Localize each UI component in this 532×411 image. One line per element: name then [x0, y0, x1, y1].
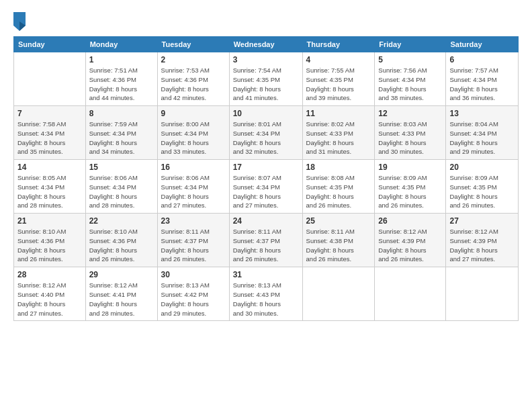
calendar-cell: 31Sunrise: 8:13 AM Sunset: 4:43 PM Dayli… — [229, 267, 302, 321]
day-info: Sunrise: 8:12 AM Sunset: 4:41 PM Dayligh… — [89, 281, 154, 318]
day-number: 24 — [233, 216, 299, 226]
calendar-cell: 14Sunrise: 8:05 AM Sunset: 4:34 PM Dayli… — [14, 160, 86, 214]
day-number: 18 — [306, 163, 371, 172]
calendar-week-row: 21Sunrise: 8:10 AM Sunset: 4:36 PM Dayli… — [14, 214, 519, 267]
calendar-cell: 17Sunrise: 8:07 AM Sunset: 4:34 PM Dayli… — [229, 160, 302, 214]
day-number: 23 — [161, 216, 226, 226]
day-number: 10 — [233, 109, 299, 118]
calendar-cell — [14, 52, 86, 106]
day-info: Sunrise: 8:12 AM Sunset: 4:39 PM Dayligh… — [378, 227, 442, 264]
day-info: Sunrise: 8:12 AM Sunset: 4:39 PM Dayligh… — [449, 227, 515, 264]
calendar-cell — [375, 267, 446, 321]
logo — [13, 12, 27, 31]
logo-icon — [13, 12, 26, 31]
day-number: 4 — [306, 55, 371, 64]
day-number: 3 — [233, 55, 299, 64]
day-number: 28 — [17, 270, 82, 279]
day-info: Sunrise: 7:56 AM Sunset: 4:34 PM Dayligh… — [378, 66, 442, 103]
day-info: Sunrise: 7:58 AM Sunset: 4:34 PM Dayligh… — [17, 120, 82, 156]
day-info: Sunrise: 8:00 AM Sunset: 4:34 PM Dayligh… — [161, 120, 226, 156]
calendar-cell — [446, 267, 519, 321]
calendar-table: SundayMondayTuesdayWednesdayThursdayFrid… — [13, 36, 519, 321]
day-info: Sunrise: 8:06 AM Sunset: 4:34 PM Dayligh… — [89, 173, 154, 210]
calendar-cell: 2Sunrise: 7:53 AM Sunset: 4:36 PM Daylig… — [157, 52, 229, 106]
day-info: Sunrise: 8:13 AM Sunset: 4:43 PM Dayligh… — [233, 281, 299, 318]
day-number: 29 — [89, 270, 154, 279]
day-number: 27 — [449, 216, 515, 226]
day-info: Sunrise: 8:12 AM Sunset: 4:40 PM Dayligh… — [17, 281, 82, 318]
day-number: 17 — [233, 163, 299, 172]
day-info: Sunrise: 8:05 AM Sunset: 4:34 PM Dayligh… — [17, 173, 82, 210]
calendar-cell: 13Sunrise: 8:04 AM Sunset: 4:34 PM Dayli… — [446, 106, 519, 160]
calendar-cell: 27Sunrise: 8:12 AM Sunset: 4:39 PM Dayli… — [446, 214, 519, 267]
day-info: Sunrise: 8:01 AM Sunset: 4:34 PM Dayligh… — [233, 120, 299, 156]
day-info: Sunrise: 8:11 AM Sunset: 4:37 PM Dayligh… — [233, 227, 299, 264]
day-info: Sunrise: 7:53 AM Sunset: 4:36 PM Dayligh… — [161, 66, 226, 103]
calendar-cell: 25Sunrise: 8:11 AM Sunset: 4:38 PM Dayli… — [302, 214, 375, 267]
calendar-cell: 6Sunrise: 7:57 AM Sunset: 4:34 PM Daylig… — [446, 52, 519, 106]
day-number: 13 — [449, 109, 515, 118]
calendar-cell: 30Sunrise: 8:13 AM Sunset: 4:42 PM Dayli… — [157, 267, 229, 321]
calendar-cell: 4Sunrise: 7:55 AM Sunset: 4:35 PM Daylig… — [302, 52, 375, 106]
day-info: Sunrise: 8:07 AM Sunset: 4:34 PM Dayligh… — [233, 173, 299, 210]
day-number: 9 — [161, 109, 226, 118]
page: SundayMondayTuesdayWednesdayThursdayFrid… — [0, 0, 532, 411]
day-number: 15 — [89, 163, 154, 172]
header-row — [13, 12, 519, 31]
header-row-days: SundayMondayTuesdayWednesdayThursdayFrid… — [14, 37, 519, 52]
calendar-week-row: 1Sunrise: 7:51 AM Sunset: 4:36 PM Daylig… — [14, 52, 519, 106]
day-number: 6 — [449, 55, 515, 64]
day-info: Sunrise: 7:57 AM Sunset: 4:34 PM Dayligh… — [449, 66, 515, 103]
calendar-cell: 18Sunrise: 8:08 AM Sunset: 4:35 PM Dayli… — [302, 160, 375, 214]
day-number: 16 — [161, 163, 226, 172]
day-info: Sunrise: 8:11 AM Sunset: 4:37 PM Dayligh… — [161, 227, 226, 264]
day-number: 2 — [161, 55, 226, 64]
day-info: Sunrise: 8:09 AM Sunset: 4:35 PM Dayligh… — [378, 173, 442, 210]
calendar-cell: 26Sunrise: 8:12 AM Sunset: 4:39 PM Dayli… — [375, 214, 446, 267]
day-number: 22 — [89, 216, 154, 226]
calendar-cell: 15Sunrise: 8:06 AM Sunset: 4:34 PM Dayli… — [85, 160, 157, 214]
day-info: Sunrise: 8:03 AM Sunset: 4:33 PM Dayligh… — [378, 120, 442, 156]
calendar-cell: 21Sunrise: 8:10 AM Sunset: 4:36 PM Dayli… — [14, 214, 86, 267]
day-of-week-header: Wednesday — [229, 37, 302, 52]
day-info: Sunrise: 8:04 AM Sunset: 4:34 PM Dayligh… — [449, 120, 515, 156]
day-info: Sunrise: 8:10 AM Sunset: 4:36 PM Dayligh… — [89, 227, 154, 264]
calendar-cell: 28Sunrise: 8:12 AM Sunset: 4:40 PM Dayli… — [14, 267, 86, 321]
calendar-cell: 12Sunrise: 8:03 AM Sunset: 4:33 PM Dayli… — [375, 106, 446, 160]
day-info: Sunrise: 7:51 AM Sunset: 4:36 PM Dayligh… — [89, 66, 154, 103]
day-info: Sunrise: 8:02 AM Sunset: 4:33 PM Dayligh… — [306, 120, 371, 156]
day-number: 11 — [306, 109, 371, 118]
day-number: 25 — [306, 216, 371, 226]
calendar-cell: 11Sunrise: 8:02 AM Sunset: 4:33 PM Dayli… — [302, 106, 375, 160]
day-info: Sunrise: 8:10 AM Sunset: 4:36 PM Dayligh… — [17, 227, 82, 264]
calendar-cell: 22Sunrise: 8:10 AM Sunset: 4:36 PM Dayli… — [85, 214, 157, 267]
day-number: 31 — [233, 270, 299, 279]
day-of-week-header: Sunday — [14, 37, 86, 52]
calendar-cell: 3Sunrise: 7:54 AM Sunset: 4:35 PM Daylig… — [229, 52, 302, 106]
day-number: 5 — [378, 55, 442, 64]
day-info: Sunrise: 7:55 AM Sunset: 4:35 PM Dayligh… — [306, 66, 371, 103]
day-of-week-header: Saturday — [446, 37, 519, 52]
day-number: 26 — [378, 216, 442, 226]
day-number: 1 — [89, 55, 154, 64]
calendar-cell: 5Sunrise: 7:56 AM Sunset: 4:34 PM Daylig… — [375, 52, 446, 106]
day-of-week-header: Tuesday — [157, 37, 229, 52]
day-number: 19 — [378, 163, 442, 172]
calendar-week-row: 14Sunrise: 8:05 AM Sunset: 4:34 PM Dayli… — [14, 160, 519, 214]
day-number: 30 — [161, 270, 226, 279]
day-info: Sunrise: 7:59 AM Sunset: 4:34 PM Dayligh… — [89, 120, 154, 156]
calendar-cell: 7Sunrise: 7:58 AM Sunset: 4:34 PM Daylig… — [14, 106, 86, 160]
calendar-cell: 19Sunrise: 8:09 AM Sunset: 4:35 PM Dayli… — [375, 160, 446, 214]
day-number: 12 — [378, 109, 442, 118]
day-number: 8 — [89, 109, 154, 118]
calendar-cell: 8Sunrise: 7:59 AM Sunset: 4:34 PM Daylig… — [85, 106, 157, 160]
day-number: 20 — [449, 163, 515, 172]
calendar-week-row: 28Sunrise: 8:12 AM Sunset: 4:40 PM Dayli… — [14, 267, 519, 321]
day-number: 14 — [17, 163, 82, 172]
calendar-cell: 10Sunrise: 8:01 AM Sunset: 4:34 PM Dayli… — [229, 106, 302, 160]
calendar-cell: 23Sunrise: 8:11 AM Sunset: 4:37 PM Dayli… — [157, 214, 229, 267]
calendar-week-row: 7Sunrise: 7:58 AM Sunset: 4:34 PM Daylig… — [14, 106, 519, 160]
day-number: 21 — [17, 216, 82, 226]
day-info: Sunrise: 8:08 AM Sunset: 4:35 PM Dayligh… — [306, 173, 371, 210]
day-info: Sunrise: 8:06 AM Sunset: 4:34 PM Dayligh… — [161, 173, 226, 210]
